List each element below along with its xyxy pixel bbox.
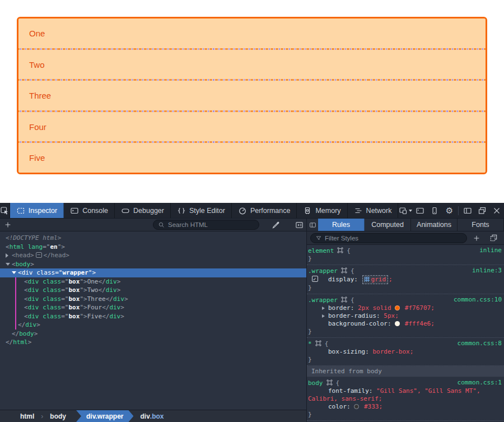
markup-node[interactable]: <body> — [0, 260, 306, 269]
settings-gear-button[interactable]: ⚙ — [442, 203, 456, 218]
markup-node[interactable]: <html lang="en"> — [0, 243, 306, 252]
sidebar-tab-animations[interactable]: Animations — [411, 219, 458, 231]
grid-toggle-badge[interactable]: grid — [362, 275, 389, 284]
filter-styles-box[interactable] — [310, 233, 467, 243]
selector-highlighter-icon[interactable] — [326, 379, 333, 386]
markup-node[interactable]: </html> — [0, 338, 306, 347]
open-brace: { — [347, 247, 351, 254]
semicolon: ; — [431, 304, 435, 312]
search-input[interactable] — [168, 221, 246, 228]
rule-source-link[interactable]: inline:3 — [472, 267, 502, 275]
sidebar-tab-fonts[interactable]: Fonts — [458, 219, 504, 231]
markup-node[interactable]: <head>⋯</head> — [0, 251, 306, 260]
dock-side-button[interactable] — [460, 203, 475, 218]
filter-styles-input[interactable] — [325, 235, 462, 242]
semicolon: ; — [431, 320, 435, 327]
selector-highlighter-icon[interactable] — [337, 247, 344, 254]
css-declaration[interactable]: color: #333; — [307, 403, 504, 411]
code-token: > — [28, 338, 32, 346]
selector-highlighter-icon[interactable] — [315, 340, 322, 347]
css-declaration[interactable]: border-radius: 5px; — [307, 312, 504, 320]
twisty-icon[interactable] — [6, 253, 8, 258]
markup-node[interactable]: <div class="box">One</div> — [0, 277, 306, 286]
markup-node[interactable]: <div class="box">Three</div> — [0, 295, 306, 304]
rule-selector-line[interactable]: element{inline — [307, 247, 504, 255]
responsive-design-mode-button[interactable] — [398, 203, 413, 218]
breadcrumb-item-div-wrapper[interactable]: div.wrapper — [76, 410, 133, 422]
color-swatch[interactable] — [395, 305, 400, 310]
twisty-icon[interactable] — [12, 271, 16, 274]
close-button[interactable] — [489, 203, 504, 218]
separate-window-button[interactable] — [475, 203, 489, 218]
add-node-button[interactable] — [0, 221, 16, 229]
page-box-label: Three — [29, 91, 51, 100]
selector-highlighter-icon[interactable] — [340, 296, 348, 303]
three-pane-toggle-button[interactable] — [307, 219, 318, 231]
code-token: class — [43, 304, 61, 311]
twisty-icon[interactable] — [6, 263, 10, 266]
devtools-tabbar: InspectorConsoleDebuggerStyle EditorPerf… — [0, 203, 504, 219]
rule-selector: body — [308, 379, 323, 387]
breadcrumb-item-body[interactable]: body — [43, 410, 73, 422]
markup-node[interactable]: </body> — [0, 330, 306, 338]
rule-selector-line[interactable]: .wrapper{common.css:10 — [307, 296, 504, 304]
rule-selector-line[interactable]: body{common.css:1 — [307, 379, 504, 387]
tab-console[interactable]: Console — [64, 203, 115, 218]
breadcrumb-item-div-box[interactable]: div.box — [133, 410, 170, 422]
expand-arrow-icon[interactable] — [322, 307, 325, 310]
tab-label: Inspector — [29, 207, 57, 215]
markup-node[interactable]: </div> — [0, 321, 306, 330]
boxed-play-button[interactable] — [292, 221, 306, 229]
markup-node[interactable]: <div class="box">Four</div> — [0, 303, 306, 312]
expand-arrow-icon[interactable] — [322, 314, 325, 318]
close-icon — [492, 206, 501, 215]
class-panel-button[interactable] — [486, 234, 501, 242]
node-picker-button[interactable] — [0, 203, 10, 218]
eyedropper-button[interactable] — [268, 221, 283, 229]
color-swatch[interactable] — [354, 404, 359, 409]
markup-node[interactable]: <!DOCTYPE html> — [0, 234, 306, 243]
markup-node[interactable]: <div class="box">Two</div> — [0, 286, 306, 295]
code-token: < — [24, 295, 28, 303]
tab-network[interactable]: Network — [348, 203, 399, 218]
markup-node[interactable]: <div class="box">Five</div> — [0, 312, 306, 321]
settings-gear-icon: ⚙ — [446, 206, 453, 215]
rule-source-link[interactable]: common.css:10 — [454, 296, 502, 304]
code-token: box — [69, 313, 80, 320]
code-token: "> — [80, 295, 87, 303]
rule-source-link[interactable]: inline — [479, 247, 502, 254]
markup-node[interactable]: <div class="wrapper"> — [0, 268, 306, 277]
breadcrumb-item-html[interactable]: html — [13, 410, 41, 422]
selector-highlighter-icon[interactable] — [340, 267, 348, 274]
rule-source-link[interactable]: common.css:8 — [458, 340, 502, 347]
css-declaration[interactable]: box-sizing: border-box; — [307, 348, 504, 356]
css-declaration[interactable]: border: 2px solid #f76707; — [307, 304, 504, 312]
code-token: "> — [80, 304, 87, 311]
device-button[interactable] — [427, 203, 442, 218]
css-declaration[interactable]: display: grid; — [307, 275, 504, 284]
inline-expander-icon[interactable]: ⋯ — [36, 252, 42, 258]
grid-wrapper: OneTwoThreeFourFive — [17, 17, 487, 174]
split-console-button[interactable] — [413, 203, 427, 218]
tab-debugger[interactable]: Debugger — [115, 203, 171, 218]
color-swatch[interactable] — [395, 321, 400, 326]
code-token — [24, 243, 28, 251]
rule-selector-line[interactable]: *{common.css:8 — [307, 340, 504, 348]
declaration-checkbox[interactable] — [312, 276, 318, 282]
tab-performance[interactable]: Performance — [232, 203, 297, 218]
property-name: color: — [328, 403, 354, 410]
sidebar-tab-rules[interactable]: Rules — [318, 219, 365, 231]
tab-style-editor[interactable]: Style Editor — [171, 203, 232, 218]
eyedropper-icon — [272, 221, 280, 229]
css-declaration[interactable]: font-family: "Gill Sans", "Gill Sans MT"… — [307, 387, 504, 403]
css-declaration[interactable]: background-color: #fff4e6; — [307, 320, 504, 328]
rule-source-link[interactable]: common.css:1 — [458, 379, 502, 387]
tab-memory[interactable]: Memory — [297, 203, 347, 218]
add-rule-button[interactable] — [469, 234, 484, 242]
tab-inspector[interactable]: Inspector — [10, 203, 64, 218]
sidebar-tab-label: Animations — [417, 221, 451, 229]
rule-selector-line[interactable]: .wrapper{inline:3 — [307, 267, 504, 275]
search-box[interactable] — [153, 220, 259, 230]
tab-label: Console — [82, 207, 108, 215]
sidebar-tab-computed[interactable]: Computed — [365, 219, 411, 231]
